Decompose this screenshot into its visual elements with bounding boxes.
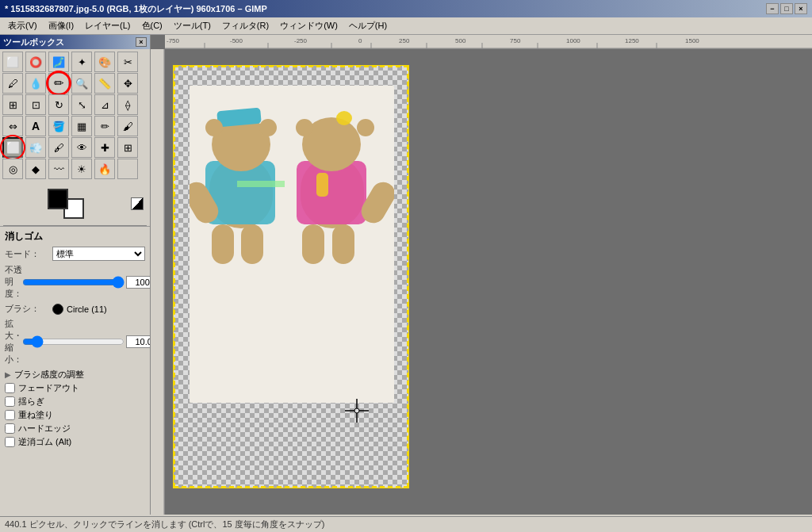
scale-label: 拡大・縮小： — [5, 318, 22, 366]
opacity-slider[interactable] — [22, 277, 124, 288]
tool-measure[interactable]: 📏 — [94, 73, 115, 94]
tool-rect-select[interactable]: ⬜ — [2, 52, 23, 72]
tool-flip[interactable]: ⇔ — [2, 116, 23, 136]
toolbox-title: ツールボックス — [3, 36, 64, 48]
tool-crop[interactable]: ⊡ — [25, 94, 46, 115]
tool-blur[interactable]: ◎ — [2, 159, 23, 179]
tool-scale[interactable]: ⤡ — [71, 94, 92, 115]
tool-ellipse-select[interactable]: ⭕ — [25, 52, 46, 72]
tool-grid: ⬜ ⭕ 🗾 ✦ 🎨 ✂ 🖊 💧 ✏ 🔍 📏 ✥ ⊞ — [0, 49, 150, 182]
brush-selector[interactable]: Circle (11) — [52, 304, 107, 315]
tool-heal[interactable]: ✚ — [94, 137, 115, 158]
scale-value[interactable] — [126, 335, 150, 348]
svg-text:0: 0 — [358, 37, 362, 44]
tool-perspective-clone[interactable]: ⊞ — [117, 137, 138, 158]
tool-fuzzy-select[interactable]: ✦ — [71, 52, 92, 72]
canvas-image-container[interactable] — [173, 65, 409, 488]
reset-colors-button[interactable] — [131, 197, 144, 210]
tool-burn[interactable]: 🔥 — [94, 159, 115, 179]
jitter-checkbox[interactable] — [5, 396, 15, 407]
tool-move[interactable]: ✥ — [117, 73, 138, 94]
tool-zoom[interactable]: 🔍 — [71, 73, 92, 94]
tool-perspective[interactable]: ⟠ — [117, 94, 138, 115]
mode-select[interactable]: 標準 — [52, 247, 145, 261]
brush-name: Circle (11) — [67, 304, 107, 314]
bear-right-ear-l — [296, 119, 313, 136]
hard-edge-checkbox[interactable] — [5, 423, 15, 434]
reverse-eraser-checkbox[interactable] — [5, 437, 15, 447]
menubar: 表示(V) 画像(I) レイヤー(L) 色(C) ツール(T) フィルタ(R) … — [0, 17, 812, 35]
scale-row: 拡大・縮小： — [5, 318, 145, 366]
jitter-row: 揺らぎ — [5, 396, 145, 408]
opacity-value[interactable] — [126, 276, 150, 289]
tool-ink[interactable]: 🖋 — [48, 137, 69, 158]
color-boxes[interactable] — [48, 189, 87, 219]
tool-clone[interactable]: 👁 — [71, 137, 92, 158]
cursor-svg — [345, 399, 369, 423]
mode-label: モード： — [5, 248, 52, 260]
left-ruler — [151, 49, 165, 515]
tool-by-color[interactable]: 🎨 — [94, 52, 115, 72]
brush-dynamics-label: ブラシ感度の調整 — [14, 369, 84, 381]
canvas-area[interactable]: -750 -500 -250 0 250 500 750 1000 1250 1… — [151, 35, 812, 515]
brush-dynamics-expand[interactable]: ▶ ブラシ感度の調整 — [5, 369, 145, 381]
fadeout-checkbox[interactable] — [5, 383, 15, 393]
tool-paths[interactable]: 🖊 — [2, 73, 23, 94]
maximize-button[interactable]: □ — [780, 3, 793, 14]
svg-text:250: 250 — [399, 37, 410, 44]
bear-right-body — [293, 109, 384, 371]
svg-text:1500: 1500 — [685, 37, 699, 44]
foreground-color[interactable] — [48, 189, 68, 209]
close-button[interactable]: × — [795, 3, 807, 14]
menu-help[interactable]: ヘルプ(H) — [344, 18, 392, 33]
svg-text:-250: -250 — [294, 37, 308, 44]
jitter-label: 揺らぎ — [18, 396, 44, 408]
opacity-slider-wrap — [22, 276, 150, 289]
color-area — [0, 182, 150, 225]
tool-eraser[interactable]: ⬜ — [2, 137, 23, 158]
tool-smudge[interactable]: 〰 — [48, 159, 69, 179]
tool-airbrush[interactable]: 💨 — [25, 137, 46, 158]
toolbox-close-button[interactable]: × — [136, 37, 147, 47]
canvas-scroll-area[interactable] — [165, 49, 812, 515]
tool-text[interactable]: A — [25, 116, 46, 136]
tool-scissors[interactable]: ✂ — [117, 52, 138, 72]
minimize-button[interactable]: − — [766, 3, 779, 14]
tool-free-select[interactable]: 🗾 — [48, 52, 69, 72]
menu-tools[interactable]: ツール(T) — [169, 18, 216, 33]
cursor-area — [345, 399, 369, 424]
tool-dodge[interactable]: ☀ — [71, 159, 92, 179]
toolbox-panel: ツールボックス × ⬜ ⭕ 🗾 ✦ 🎨 ✂ 🖊 💧 ✏ — [0, 35, 151, 515]
brush-row: ブラシ： Circle (11) — [5, 303, 145, 315]
tool-pencil[interactable]: ✏ — [48, 73, 69, 94]
ruler-left-svg — [151, 49, 165, 515]
menu-layer[interactable]: レイヤー(L) — [80, 18, 135, 33]
svg-text:-750: -750 — [167, 37, 180, 44]
tool-color-picker[interactable]: 💧 — [25, 73, 46, 94]
scale-slider[interactable] — [22, 336, 124, 347]
tool-blank — [117, 159, 138, 179]
tool-blend[interactable]: ▦ — [71, 116, 92, 136]
brush-label: ブラシ： — [5, 303, 52, 315]
tool-bucket-fill[interactable]: 🪣 — [48, 116, 69, 136]
tool-pencil2[interactable]: ✏ — [94, 116, 115, 136]
hard-edge-label: ハードエッジ — [18, 423, 71, 434]
svg-text:1000: 1000 — [566, 37, 580, 44]
toolbox-header: ツールボックス × — [0, 35, 150, 49]
bear-right-ear-r — [357, 119, 374, 136]
tool-rotate[interactable]: ↻ — [48, 94, 69, 115]
menu-color[interactable]: 色(C) — [137, 18, 167, 33]
tool-align[interactable]: ⊞ — [2, 94, 23, 115]
bear-right-flowers — [336, 111, 352, 125]
menu-image[interactable]: 画像(I) — [44, 18, 79, 33]
scale-slider-wrap — [22, 335, 150, 348]
tool-paintbrush[interactable]: 🖌 — [117, 116, 138, 136]
titlebar: * 1515832687807.jpg-5.0 (RGB, 1枚のレイヤー) 9… — [0, 0, 812, 17]
tool-sharpen[interactable]: ◆ — [25, 159, 46, 179]
menu-window[interactable]: ウィンドウ(W) — [275, 18, 343, 33]
tool-shear[interactable]: ⊿ — [94, 94, 115, 115]
menu-filter[interactable]: フィルタ(R) — [217, 18, 274, 33]
paint-over-checkbox[interactable] — [5, 410, 15, 420]
bear-left-leg-l — [212, 224, 234, 264]
menu-view[interactable]: 表示(V) — [3, 18, 42, 33]
